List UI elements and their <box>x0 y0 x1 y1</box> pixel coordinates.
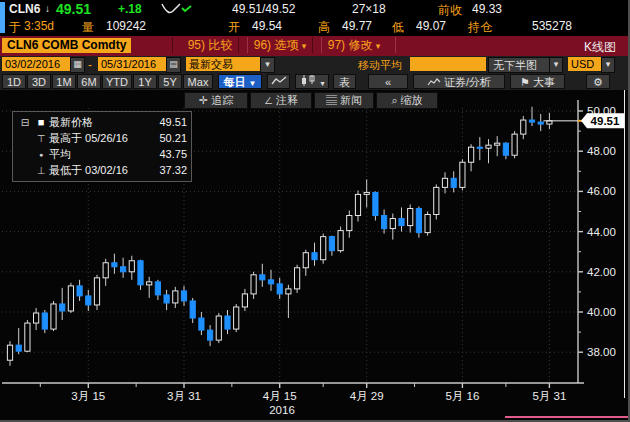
tab-5y[interactable]: 5Y <box>158 74 182 89</box>
svg-text:38.00: 38.00 <box>587 346 616 358</box>
tab-6m[interactable]: 6M <box>77 74 101 89</box>
events-label: 大事 <box>533 76 555 88</box>
open-label: 开 <box>228 19 240 36</box>
edit-menu-button[interactable]: 97) 修改 ▾ <box>312 37 396 53</box>
chart-legend[interactable]: ⊟ ■ 最新价格 49.51 ⊤ 最高于 05/26/16 50.21 ● 平均… <box>12 111 192 182</box>
screen-title: K线图 <box>584 39 616 56</box>
actions-label: 96) 选项 <box>254 38 299 52</box>
date-to-input[interactable]: 05/31/2016 <box>98 57 168 71</box>
svg-text:5月 31: 5月 31 <box>532 390 566 402</box>
tab-1d[interactable]: 1D <box>2 74 26 89</box>
window-edge-line <box>624 90 625 398</box>
chevron-down-icon: ▼ <box>249 79 257 88</box>
candle-chart-icon[interactable]: ▾ <box>295 74 329 89</box>
svg-text:2016: 2016 <box>269 404 295 416</box>
low-label: 低 <box>392 19 404 36</box>
high-label: 高 <box>318 19 330 36</box>
svg-text:5月 16: 5月 16 <box>445 390 479 402</box>
svg-text:3月 15: 3月 15 <box>71 390 105 402</box>
price-change: +.18 <box>118 2 142 16</box>
prev-close-label: 前收 <box>438 2 462 19</box>
tab-1m[interactable]: 1M <box>52 74 76 89</box>
calendar-icon[interactable]: ▦ <box>70 57 85 73</box>
compare-button[interactable]: 95) 比较 <box>172 37 248 53</box>
security-ticker-box[interactable]: CLN6 COMB Comdty <box>2 38 131 53</box>
average-marker-icon: ● <box>33 151 49 158</box>
event-type-select[interactable]: 最新交易 <box>186 57 262 71</box>
gear-icon[interactable]: ⚙ <box>586 74 610 89</box>
interval-select[interactable]: 每日 ▼ <box>218 74 262 89</box>
svg-text:3月 31: 3月 31 <box>167 390 201 402</box>
price-direction-icon: ↓ <box>45 3 50 14</box>
ticker: CLN6 <box>9 2 40 16</box>
prev-close-value: 49.33 <box>472 2 502 16</box>
legend-row-low: ⊥ 最低于 03/02/16 37.32 <box>17 162 187 178</box>
svg-text:4月 15: 4月 15 <box>263 390 297 402</box>
volume-label: 量 <box>82 19 94 36</box>
chart-area[interactable]: ✛ 追踪 ∠ 注释 ▤ 新闻 ⌕ 缩放 ⊟ ■ 最新价格 49.51 ⊤ 最高于… <box>0 90 630 422</box>
lower-panel-select[interactable]: 无下半图 <box>488 57 552 73</box>
chevron-down-icon: ▾ <box>376 41 381 51</box>
ma-input-1[interactable] <box>410 57 436 71</box>
date-from-input[interactable]: 03/02/2016 <box>2 57 72 71</box>
low-value: 49.07 <box>416 19 446 33</box>
events-button[interactable]: ⚑ 大事 <box>510 74 565 89</box>
svg-text:48.00: 48.00 <box>587 145 616 157</box>
tab-1y[interactable]: 1Y <box>133 74 157 89</box>
low-marker-icon: ⊥ <box>33 165 49 176</box>
quote-row-1: CLN6 ↓ 49.51 +.18 49.51/49.52 27×18 前收 4… <box>0 0 630 18</box>
chevron-down-icon[interactable]: ▾ <box>601 57 615 73</box>
bloomberg-chart-window: CLN6 ↓ 49.51 +.18 49.51/49.52 27×18 前收 4… <box>0 0 630 422</box>
open-value: 49.54 <box>252 19 282 33</box>
moving-average-label: 移动平均 <box>358 58 402 73</box>
edit-label: 97) 修改 <box>328 38 373 52</box>
legend-value: 50.21 <box>159 132 187 144</box>
lot-size: 27×18 <box>352 2 386 16</box>
legend-label: 最新价格 <box>49 115 159 130</box>
time-value: 3:35d <box>24 19 54 33</box>
ma-input-3[interactable] <box>462 57 486 71</box>
actions-menu-button[interactable]: 96) 选项 ▾ <box>238 37 322 53</box>
chevron-down-icon: ▾ <box>302 41 307 51</box>
ma-input-2[interactable] <box>436 57 462 71</box>
svg-text:40.00: 40.00 <box>587 306 616 318</box>
svg-text:49.51: 49.51 <box>591 115 620 127</box>
function-bar: CLN6 COMB Comdty 95) 比较 96) 选项 ▾ 97) 修改 … <box>0 36 630 56</box>
flag-icon: ⚑ <box>520 76 530 88</box>
svg-text:44.00: 44.00 <box>587 226 616 238</box>
high-marker-icon: ⊤ <box>33 133 49 144</box>
last-price-swatch-icon: ■ <box>33 116 49 128</box>
tab-3d[interactable]: 3D <box>27 74 51 89</box>
analysis-button[interactable]: 证券/分析 <box>413 74 505 89</box>
tab-max[interactable]: Max <box>183 74 213 89</box>
svg-text:42.00: 42.00 <box>587 266 616 278</box>
settings-row: 03/02/2016 ▦ - 05/31/2016 ▤ 最新交易 ▾ 移动平均 … <box>0 56 630 73</box>
last-price: 49.51 <box>56 1 91 17</box>
collapse-box-icon[interactable]: ⊟ <box>17 117 33 128</box>
currency-select[interactable]: USD <box>568 57 602 71</box>
legend-value: 37.32 <box>159 164 187 176</box>
high-value: 49.77 <box>342 19 372 33</box>
open-interest-value: 535278 <box>532 19 572 33</box>
legend-row-last: ⊟ ■ 最新价格 49.51 <box>17 114 187 130</box>
sparkline-icon[interactable] <box>160 1 194 17</box>
tab-ytd[interactable]: YTD <box>102 74 132 89</box>
chevron-down-icon: ▾ <box>321 79 325 88</box>
svg-text:46.00: 46.00 <box>587 185 616 197</box>
quote-row-2: 于 3:35d 量 109242 开 49.54 高 49.77 低 49.07… <box>0 18 630 36</box>
analysis-label: 证券/分析 <box>444 76 491 88</box>
list-icon[interactable]: ▤ <box>166 57 181 73</box>
legend-label: 平均 <box>49 147 159 162</box>
open-interest-label: 持仓 <box>468 19 492 36</box>
chevron-down-icon[interactable]: ▾ <box>549 57 563 73</box>
chevron-down-icon[interactable]: ▾ <box>260 57 275 73</box>
footer-accent-line <box>505 416 630 418</box>
bid-ask: 49.51/49.52 <box>232 2 295 16</box>
date-range-dash: - <box>88 58 92 72</box>
collapse-panel-button[interactable]: « <box>368 74 408 89</box>
line-chart-icon[interactable] <box>267 74 290 89</box>
legend-row-high: ⊤ 最高于 05/26/16 50.21 <box>17 130 187 146</box>
table-button[interactable]: 表 <box>333 74 356 89</box>
time-label: 于 <box>9 19 21 36</box>
legend-value: 49.51 <box>159 116 187 128</box>
